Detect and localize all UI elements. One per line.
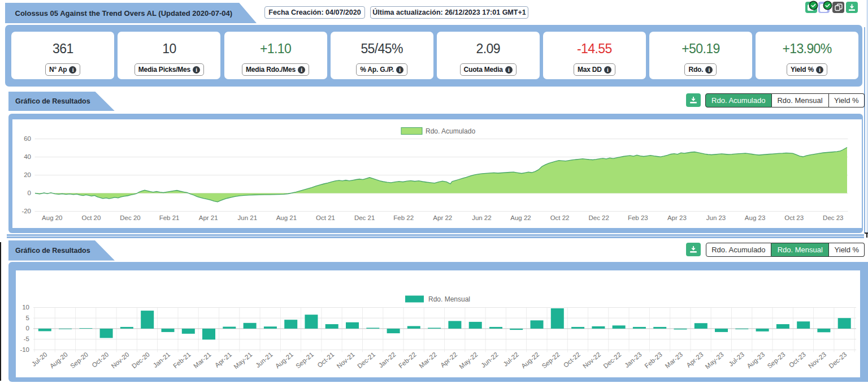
svg-text:Rdo. Mensual: Rdo. Mensual (428, 295, 470, 303)
svg-text:Jan-23: Jan-23 (623, 351, 643, 369)
svg-text:Sep-22: Sep-22 (540, 351, 561, 369)
svg-text:5: 5 (26, 315, 29, 321)
svg-text:Dec-20: Dec-20 (131, 351, 151, 369)
svg-text:Sep-20: Sep-20 (69, 351, 89, 369)
svg-text:Mar-23: Mar-23 (664, 351, 684, 369)
svg-text:Aug-20: Aug-20 (49, 351, 69, 369)
svg-text:Aug-22: Aug-22 (520, 351, 540, 369)
svg-text:Jun-22: Jun-22 (480, 351, 500, 369)
svg-text:Sep-21: Sep-21 (294, 351, 315, 369)
svg-text:Aug-21: Aug-21 (274, 351, 294, 369)
svg-text:Sep-23: Sep-23 (766, 351, 787, 369)
svg-text:Jul-23: Jul-23 (727, 351, 745, 367)
svg-text:Feb-22: Feb-22 (397, 351, 418, 369)
svg-text:Jul-20: Jul-20 (31, 351, 49, 367)
svg-text:Oct-21: Oct-21 (316, 351, 335, 368)
svg-text:Nov-22: Nov-22 (581, 351, 602, 369)
svg-text:10: 10 (22, 304, 29, 311)
svg-text:Jun-21: Jun-21 (254, 351, 274, 369)
svg-text:Aug-23: Aug-23 (745, 351, 766, 369)
svg-text:0: 0 (26, 325, 29, 332)
svg-text:Nov-20: Nov-20 (110, 351, 131, 369)
svg-text:Dec-21: Dec-21 (356, 351, 376, 369)
svg-text:Apr-21: Apr-21 (214, 351, 233, 368)
svg-text:Oct-23: Oct-23 (788, 351, 807, 368)
svg-text:Mar-22: Mar-22 (418, 351, 438, 369)
svg-text:Dec-23: Dec-23 (827, 351, 848, 369)
svg-text:Oct-20: Oct-20 (90, 351, 110, 368)
svg-text:Oct-22: Oct-22 (562, 351, 581, 368)
svg-text:May-22: May-22 (458, 351, 479, 370)
svg-text:Nov-23: Nov-23 (807, 351, 827, 369)
svg-text:Feb-23: Feb-23 (643, 351, 663, 369)
svg-text:Jan-21: Jan-21 (152, 351, 172, 369)
svg-text:May-21: May-21 (232, 351, 253, 370)
svg-text:-10: -10 (20, 346, 29, 353)
svg-text:Nov-21: Nov-21 (336, 351, 356, 369)
svg-text:Apr-22: Apr-22 (439, 351, 458, 368)
svg-text:Dec-22: Dec-22 (602, 351, 622, 369)
svg-text:Apr-23: Apr-23 (685, 351, 704, 368)
svg-text:May-23: May-23 (704, 351, 725, 370)
svg-text:Jul-22: Jul-22 (502, 351, 520, 367)
svg-text:Mar-21: Mar-21 (192, 351, 212, 369)
svg-text:Feb-21: Feb-21 (172, 351, 192, 369)
svg-text:-5: -5 (24, 335, 29, 342)
svg-text:Jan-22: Jan-22 (377, 351, 397, 369)
